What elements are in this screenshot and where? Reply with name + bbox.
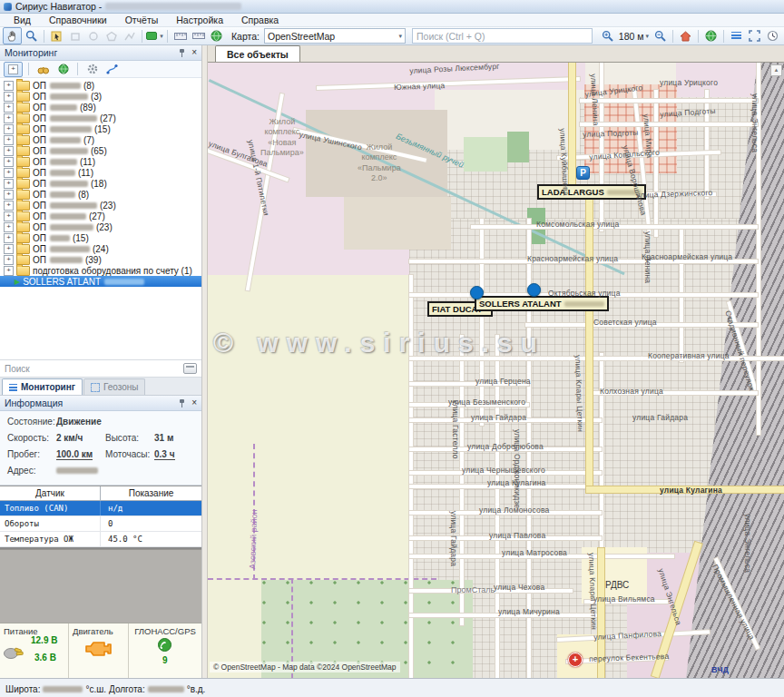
expand-icon[interactable]: +	[4, 222, 14, 232]
tree-group-row[interactable]: + ОП (15)	[0, 123, 201, 134]
tree-group-row[interactable]: + ОП (11)	[0, 167, 201, 178]
layers-button[interactable]: ▾	[146, 28, 163, 44]
panel-title: Информация	[5, 398, 63, 408]
rect-tool-button[interactable]	[66, 28, 83, 44]
polygon-tool-button[interactable]	[103, 28, 120, 44]
track-button[interactable]	[103, 63, 121, 76]
tree-group-row[interactable]: + ОП (39)	[0, 254, 201, 265]
sensor-row[interactable]: Температура ОЖ 45.0 °C	[0, 532, 201, 547]
street-label: улица Гайдара	[449, 511, 458, 566]
map-marker[interactable]: +	[568, 653, 583, 667]
expand-icon[interactable]: +	[4, 113, 14, 123]
measure-button[interactable]	[172, 28, 189, 44]
street-label: улица Добролюбова	[467, 442, 544, 451]
expand-icon[interactable]: +	[4, 103, 14, 113]
expand-icon[interactable]: +	[4, 190, 14, 200]
expand-icon[interactable]: +	[4, 255, 14, 265]
expand-icon[interactable]: +	[4, 168, 14, 178]
map-marker[interactable]	[470, 286, 484, 299]
zoom-tool-button[interactable]	[23, 28, 40, 44]
map-globe-button[interactable]	[702, 28, 720, 44]
expand-icon[interactable]: +	[4, 124, 14, 134]
expand-icon[interactable]: +	[4, 201, 14, 211]
menu-item[interactable]: Отчёты	[117, 15, 167, 25]
tab-monitoring[interactable]: Мониторинг	[2, 378, 83, 395]
map-marker[interactable]	[527, 283, 541, 297]
map-provider-select[interactable]: OpenStreetMap▾	[264, 28, 406, 44]
tree-prep-row[interactable]: + подготовка оборудования по счету (1)	[0, 265, 201, 276]
sensor-row[interactable]: Обороты 0	[0, 516, 201, 532]
zoom-out-button[interactable]	[652, 28, 669, 44]
show-on-map-button[interactable]	[54, 63, 72, 76]
tree-selected-vehicle[interactable]: ▶ SOLLERS ATLANT	[0, 276, 201, 287]
tree-group-row[interactable]: + ОП (15)	[0, 232, 201, 243]
vehicle-map-label[interactable]: SOLLERS ATALANT	[475, 296, 609, 311]
menu-item[interactable]: Настройка	[168, 15, 231, 25]
objects-list-button[interactable]	[728, 28, 745, 44]
sensor-row[interactable]: Топливо (CAN) н/д	[0, 501, 201, 516]
expand-icon[interactable]: +	[4, 135, 14, 145]
globe-button[interactable]	[208, 28, 225, 44]
speed-label: Скорость:	[7, 433, 49, 443]
tree-group-row[interactable]: + ОП (11)	[0, 156, 201, 167]
menu-item[interactable]: Справка	[233, 15, 287, 25]
street-label: улица Матросова	[502, 548, 567, 557]
tree-group-row[interactable]: + ОП (24)	[0, 243, 201, 254]
tree-group-row[interactable]: + ОП (8)	[0, 80, 201, 91]
tree-group-row[interactable]: + ОП (23)	[0, 221, 201, 232]
pin-icon[interactable]	[179, 49, 185, 57]
expand-icon[interactable]: +	[4, 92, 14, 102]
tree-group-row[interactable]: + ОП (8)	[0, 189, 201, 200]
tab-all-objects[interactable]: Все объекты	[215, 45, 300, 62]
hours-value[interactable]: 0.3 ч	[154, 449, 175, 460]
sensor-name: Обороты	[0, 516, 101, 531]
polyline-tool-button[interactable]	[121, 28, 138, 44]
map-road	[586, 199, 593, 489]
street-label: Красноармейская улица	[642, 252, 732, 261]
find-object-button[interactable]	[34, 63, 52, 76]
tab-geozones[interactable]: Геозоны	[83, 378, 146, 395]
redacted-group-name	[50, 257, 83, 263]
close-icon[interactable]: ×	[191, 48, 197, 57]
map-scroll-up[interactable]: ▲	[770, 64, 782, 76]
pin-icon[interactable]	[179, 399, 185, 407]
tree-group-row[interactable]: + ОП (7)	[0, 134, 201, 145]
circle-tool-button[interactable]	[84, 28, 102, 44]
tree-group-row[interactable]: + ОП (23)	[0, 200, 201, 211]
tree-search-input[interactable]: Поиск	[0, 359, 201, 378]
tree-group-row[interactable]: + ОП (18)	[0, 178, 201, 189]
keyboard-icon[interactable]	[183, 363, 197, 374]
settings-button[interactable]	[83, 63, 101, 76]
tree-group-row[interactable]: + ОП (27)	[0, 211, 201, 221]
expand-icon[interactable]: +	[4, 233, 14, 243]
tree-group-row[interactable]: + ОП (89)	[0, 102, 201, 113]
pan-tool-button[interactable]	[3, 27, 22, 44]
zoom-in-button[interactable]	[599, 28, 616, 44]
tree-group-row[interactable]: + ОП (3)	[0, 91, 201, 102]
select-tool-button[interactable]	[48, 28, 65, 44]
tree-group-row[interactable]: + ОП (27)	[0, 113, 201, 123]
close-icon[interactable]: ×	[191, 398, 197, 407]
menu-item[interactable]: Вид	[5, 15, 39, 25]
map-canvas[interactable]: Южная улицаулица Розы Люксембургулица Ур…	[208, 63, 784, 678]
fit-frame-button[interactable]	[746, 28, 763, 44]
map-zone	[344, 197, 451, 250]
home-button[interactable]	[677, 28, 694, 44]
map-scale-select[interactable]: 180 м▾	[617, 31, 651, 42]
tree-group-row[interactable]: + ОП (65)	[0, 145, 201, 156]
mileage-value[interactable]: 100.0 км	[56, 449, 93, 460]
expand-icon[interactable]: +	[4, 81, 14, 91]
expand-icon[interactable]: +	[4, 146, 14, 156]
expand-icon[interactable]: +	[4, 266, 14, 276]
history-button[interactable]	[764, 28, 781, 44]
expand-icon[interactable]: +	[4, 179, 14, 189]
vehicle-map-label[interactable]: LADA LARGUS	[537, 184, 646, 200]
expand-all-button[interactable]: +	[4, 62, 23, 77]
expand-icon[interactable]: +	[4, 157, 14, 167]
expand-icon[interactable]: +	[4, 244, 14, 254]
measure2-button[interactable]	[190, 28, 207, 44]
menu-item[interactable]: Справочники	[41, 15, 115, 25]
expand-icon[interactable]: +	[4, 211, 14, 221]
map-marker[interactable]: P	[576, 166, 590, 180]
search-input[interactable]: Поиск (Ctrl + Q)	[412, 28, 593, 44]
